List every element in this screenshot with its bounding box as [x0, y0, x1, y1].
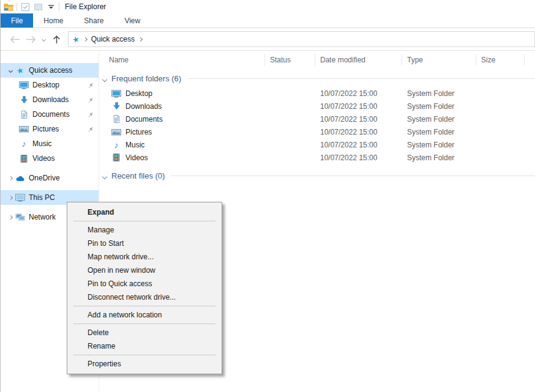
menu-item-pin-to-quick-access[interactable]: Pin to Quick access — [67, 277, 222, 290]
music-icon: ♪ — [111, 140, 121, 150]
ribbon-tabs: File Home Share View — [1, 13, 535, 28]
up-icon[interactable] — [48, 31, 64, 47]
menu-separator — [73, 221, 215, 221]
sidebar-item-desktop[interactable]: Desktop — [1, 78, 99, 92]
context-menu: Expand Manage Pin to Start Map network d… — [67, 202, 222, 374]
type-cell: System Folder — [402, 141, 476, 149]
music-icon: ♪ — [19, 139, 29, 149]
title-bar: File Explorer — [1, 0, 535, 13]
quick-access-star-icon: ★ — [72, 34, 80, 43]
recent-locations-chevron-icon[interactable] — [39, 31, 48, 47]
breadcrumb-chevron-icon[interactable] — [138, 37, 143, 41]
sidebar-item-videos[interactable]: Videos — [1, 151, 99, 166]
type-cell: System Folder — [402, 102, 476, 111]
type-cell: System Folder — [402, 115, 476, 124]
group-collapse-chevron-icon[interactable] — [102, 76, 107, 81]
menu-item-disconnect-network-drive[interactable]: Disconnect network drive... — [67, 290, 222, 304]
quick-access-star-icon: ★ — [15, 65, 25, 75]
explorer-folder-icon — [4, 2, 13, 12]
documents-icon — [111, 114, 121, 124]
column-header-type[interactable]: Type — [402, 54, 476, 66]
sidebar-item-music[interactable]: ♪ Music — [1, 136, 99, 151]
file-row-downloads[interactable]: Downloads 10/07/2022 15:00 System Folder — [99, 100, 535, 113]
downloads-icon — [111, 102, 121, 111]
sidebar-item-onedrive[interactable]: OneDrive — [1, 171, 99, 185]
onedrive-cloud-icon — [15, 173, 25, 183]
menu-item-rename[interactable]: Rename — [67, 339, 222, 353]
file-row-desktop[interactable]: Desktop 10/07/2022 15:00 System Folder — [99, 87, 535, 100]
date-modified-cell: 10/07/2022 15:00 — [315, 153, 402, 162]
collapse-chevron-icon[interactable] — [8, 215, 12, 219]
file-row-videos[interactable]: Videos 10/07/2022 15:00 System Folder — [99, 151, 535, 164]
pin-icon — [88, 126, 94, 132]
collapse-chevron-icon[interactable] — [8, 195, 12, 199]
tab-home[interactable]: Home — [33, 13, 73, 28]
tab-share[interactable]: Share — [73, 13, 114, 28]
sidebar-item-pictures[interactable]: Pictures — [1, 122, 99, 136]
sidebar-item-downloads[interactable]: Downloads — [1, 92, 99, 107]
collapse-chevron-icon[interactable] — [8, 176, 12, 180]
desktop-icon — [111, 89, 121, 98]
group-header-rule — [187, 78, 535, 79]
documents-icon — [19, 109, 29, 119]
address-bar: ★ Quick access — [1, 28, 535, 51]
menu-item-properties[interactable]: Properties — [67, 357, 222, 371]
new-folder-icon[interactable] — [33, 2, 43, 12]
date-modified-cell: 10/07/2022 15:00 — [315, 115, 402, 124]
file-row-documents[interactable]: Documents 10/07/2022 15:00 System Folder — [99, 113, 535, 125]
tab-view[interactable]: View — [114, 13, 151, 28]
menu-item-map-network-drive[interactable]: Map network drive... — [67, 250, 222, 264]
menu-item-expand[interactable]: Expand — [67, 205, 222, 219]
date-modified-cell: 10/07/2022 15:00 — [315, 141, 402, 149]
group-collapse-chevron-icon[interactable] — [102, 174, 107, 179]
videos-icon — [19, 153, 29, 163]
videos-icon — [111, 153, 121, 163]
menu-item-pin-to-start[interactable]: Pin to Start — [67, 237, 222, 250]
column-header-date-modified[interactable]: Date modified — [315, 54, 402, 66]
properties-icon[interactable] — [20, 2, 30, 12]
menu-separator — [73, 324, 215, 324]
file-explorer-window: File Explorer File Home Share View ★ Qui… — [0, 0, 535, 392]
type-cell: System Folder — [402, 89, 476, 98]
titlebar-separator — [59, 2, 59, 11]
column-header-status[interactable]: Status — [265, 54, 315, 66]
menu-item-add-a-network-location[interactable]: Add a network location — [67, 308, 222, 322]
date-modified-cell: 10/07/2022 15:00 — [315, 89, 402, 98]
downloads-icon — [19, 95, 29, 105]
sidebar-item-documents[interactable]: Documents — [1, 107, 99, 122]
date-modified-cell: 10/07/2022 15:00 — [315, 128, 402, 136]
expand-chevron-icon[interactable] — [8, 68, 12, 72]
menu-item-manage[interactable]: Manage — [67, 223, 222, 237]
pin-icon — [88, 111, 94, 117]
tab-file[interactable]: File — [1, 13, 33, 28]
breadcrumb-chevron-icon[interactable] — [83, 37, 88, 41]
back-icon[interactable] — [7, 31, 23, 47]
file-row-pictures[interactable]: Pictures 10/07/2022 15:00 System Folder — [99, 125, 535, 138]
column-header-name[interactable]: Name — [99, 54, 265, 66]
breadcrumb-location[interactable]: Quick access — [91, 35, 135, 43]
menu-item-open-in-new-window[interactable]: Open in new window — [67, 264, 222, 277]
network-icon — [15, 212, 25, 222]
desktop-icon — [19, 80, 29, 90]
customize-toolbar-dropdown-icon[interactable] — [46, 2, 56, 12]
type-cell: System Folder — [402, 153, 476, 162]
group-header-frequent-folders[interactable]: Frequent folders (6) — [102, 74, 535, 83]
menu-separator — [73, 306, 215, 306]
column-headers: Name Status Date modified Type Size — [99, 51, 535, 69]
menu-item-delete[interactable]: Delete — [67, 326, 222, 339]
group-header-rule — [171, 176, 535, 176]
titlebar-separator — [17, 2, 17, 11]
type-cell: System Folder — [402, 128, 476, 136]
forward-icon[interactable] — [23, 31, 39, 47]
file-row-music[interactable]: ♪ Music 10/07/2022 15:00 System Folder — [99, 138, 535, 151]
sidebar-item-quick-access[interactable]: ★ Quick access — [1, 63, 99, 78]
window-title: File Explorer — [65, 2, 106, 11]
pictures-icon — [111, 127, 121, 137]
pin-icon — [88, 82, 94, 88]
pictures-icon — [19, 124, 29, 134]
address-input[interactable]: ★ Quick access — [68, 31, 535, 47]
date-modified-cell: 10/07/2022 15:00 — [315, 102, 402, 111]
group-header-recent-files[interactable]: Recent files (0) — [102, 171, 535, 180]
column-header-size[interactable]: Size — [476, 54, 525, 66]
menu-separator — [73, 355, 215, 355]
